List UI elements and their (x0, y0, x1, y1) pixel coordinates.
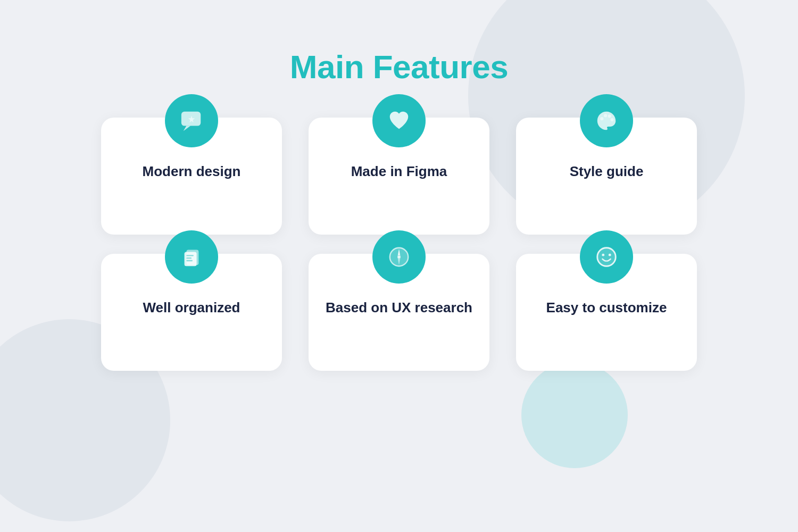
easy-customize-icon-circle (580, 230, 633, 284)
well-organized-icon-circle (165, 230, 218, 284)
page-title: Main Features (290, 48, 508, 86)
modern-design-icon-circle (165, 94, 218, 147)
ux-research-icon-circle (372, 230, 426, 284)
palette-icon (594, 109, 619, 133)
bg-decoration-3 (521, 362, 628, 468)
svg-marker-1 (184, 126, 190, 131)
svg-rect-8 (186, 255, 193, 256)
smiley-icon (594, 245, 619, 269)
svg-point-17 (609, 254, 611, 256)
svg-rect-10 (186, 260, 193, 261)
svg-point-16 (602, 254, 604, 256)
easy-customize-label: Easy to customize (546, 298, 667, 317)
feature-card-ux-research: Based on UX research (309, 254, 489, 371)
modern-design-label: Modern design (143, 162, 241, 181)
svg-point-3 (604, 114, 607, 117)
features-grid: Modern design Made in Figma (101, 118, 697, 371)
svg-point-4 (608, 114, 611, 118)
documents-icon (179, 245, 204, 269)
svg-point-2 (600, 117, 603, 120)
well-organized-label: Well organized (143, 298, 240, 317)
svg-point-15 (597, 248, 616, 267)
compass-icon (387, 245, 411, 269)
svg-point-12 (397, 255, 401, 259)
style-guide-icon-circle (580, 94, 633, 147)
feature-card-style-guide: Style guide (516, 118, 697, 235)
feature-card-easy-customize: Easy to customize (516, 254, 697, 371)
feature-card-modern-design: Modern design (101, 118, 282, 235)
sparkle-chat-icon (179, 109, 204, 133)
ux-research-label: Based on UX research (326, 298, 472, 317)
svg-point-5 (610, 118, 613, 121)
made-in-figma-label: Made in Figma (351, 162, 447, 181)
page-content: Main Features Modern design (0, 0, 798, 371)
svg-rect-7 (185, 252, 197, 266)
heart-icon (387, 109, 411, 133)
feature-card-made-in-figma: Made in Figma (309, 118, 489, 235)
feature-card-well-organized: Well organized (101, 254, 282, 371)
made-in-figma-icon-circle (372, 94, 426, 147)
style-guide-label: Style guide (570, 162, 644, 181)
svg-rect-9 (186, 257, 192, 259)
